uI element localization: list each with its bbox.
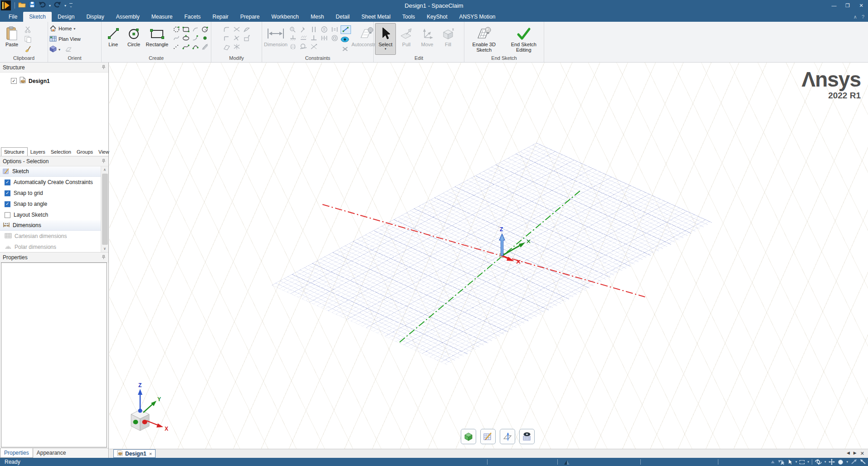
enable-3d-sketch-button[interactable]: Enable 3D Sketch <box>466 23 502 55</box>
plan-view-button[interactable]: Plan View <box>49 34 81 44</box>
coincident-constraint-icon[interactable] <box>289 26 297 35</box>
sketch-edit-disabled-icon[interactable] <box>201 43 209 52</box>
option-snap-to-angle[interactable]: ✓ Snap to angle <box>0 199 101 209</box>
project-to-sketch-icon[interactable] <box>243 34 251 44</box>
pin-icon[interactable] <box>102 64 106 71</box>
statusbar-expand-icon[interactable] <box>770 460 775 464</box>
end-sketch-editing-button[interactable]: End Sketch Editing <box>505 23 542 55</box>
anchor-constraint-icon[interactable] <box>289 34 297 44</box>
document-tab-close-icon[interactable]: × <box>149 451 152 456</box>
bottom-tab-properties[interactable]: Properties <box>0 448 33 458</box>
option-polar-dimensions[interactable]: Polar dimensions <box>0 242 101 252</box>
split-curve-icon[interactable] <box>233 34 241 44</box>
tab-measure[interactable]: Measure <box>146 12 179 22</box>
tab-mesh[interactable]: Mesh <box>305 12 330 22</box>
select-button[interactable]: Select ▾ <box>375 23 396 55</box>
pin-icon[interactable] <box>102 158 106 165</box>
view-orientation-triad[interactable]: Z Y X <box>118 375 177 434</box>
spacing-constraint-icon[interactable] <box>320 34 328 44</box>
dimensions-options-section[interactable]: Dimensions <box>0 220 101 231</box>
pull-button[interactable]: Pull <box>396 23 417 55</box>
undo-dropdown-icon[interactable]: ▾ <box>49 4 51 8</box>
panel-tab-structure[interactable]: Structure <box>1 147 28 156</box>
offset-icon[interactable] <box>233 43 241 52</box>
help-icon[interactable]: ? <box>862 14 864 20</box>
grid-visibility-button[interactable] <box>519 429 535 444</box>
spaceclaim-app-icon[interactable] <box>1 0 11 10</box>
tab-scroll-left-icon[interactable]: ◀ <box>847 451 850 456</box>
select-dropdown-icon[interactable]: ▾ <box>385 47 386 51</box>
next-view-icon[interactable] <box>860 459 866 465</box>
canvas-viewport[interactable]: Z Λnsys 2022 R1 Z Y X <box>109 63 868 449</box>
orbit-icon[interactable] <box>815 459 822 465</box>
tab-detail[interactable]: Detail <box>330 12 356 22</box>
tab-strip-close-icon[interactable]: ✕ <box>860 451 864 456</box>
pan-icon[interactable] <box>829 459 835 465</box>
trim-icon[interactable] <box>233 26 241 35</box>
select-tool-icon[interactable] <box>788 459 793 465</box>
option-layout-sketch[interactable]: Layout Sketch <box>0 209 101 220</box>
tab-file[interactable]: File <box>3 12 23 22</box>
box-select-icon[interactable] <box>800 460 805 464</box>
tangent-constraint-icon[interactable] <box>299 43 307 52</box>
panel-tab-selection[interactable]: Selection <box>48 148 74 156</box>
home-dropdown-icon[interactable]: ▾ <box>73 27 75 31</box>
bottom-tab-appearance[interactable]: Appearance <box>33 448 70 457</box>
delete-constraint-icon[interactable] <box>341 45 350 53</box>
perpendicular-constraint-icon[interactable] <box>310 34 318 44</box>
view-orientation-dropdown-icon[interactable]: ▾ <box>59 48 60 52</box>
tab-display[interactable]: Display <box>80 12 110 22</box>
tab-ansys-motion[interactable]: ANSYS Motion <box>453 12 501 22</box>
maximize-button[interactable]: ❐ <box>841 0 854 11</box>
tab-design[interactable]: Design <box>52 12 80 22</box>
tab-scroll-right-icon[interactable]: ▶ <box>853 451 857 456</box>
spline-icon[interactable] <box>182 43 190 52</box>
corner-icon[interactable] <box>223 34 231 44</box>
minimize-ribbon-icon[interactable]: ∧ <box>853 14 857 20</box>
qat-customize-icon[interactable]: ⌄ <box>69 3 73 8</box>
fillet-icon[interactable] <box>223 26 231 35</box>
undo-view-icon[interactable] <box>778 459 785 465</box>
select-tool-dropdown-icon[interactable]: ▾ <box>795 460 797 464</box>
home-button[interactable]: Home ▾ <box>49 24 81 34</box>
fill-button[interactable]: Fill <box>438 23 458 55</box>
save-icon[interactable] <box>29 1 35 10</box>
symmetry-constraint-icon[interactable] <box>289 43 297 52</box>
tab-sketch[interactable]: Sketch <box>23 12 52 22</box>
previous-view-icon[interactable] <box>851 459 857 465</box>
section-mode-button[interactable] <box>500 429 515 444</box>
snap-view-icon[interactable] <box>65 46 72 53</box>
cut-icon[interactable] <box>23 25 32 34</box>
tab-prepare[interactable]: Prepare <box>234 12 266 22</box>
circle-button[interactable]: Circle <box>123 23 144 55</box>
close-button[interactable]: ✕ <box>854 0 868 11</box>
midpoint-constraint-icon[interactable] <box>299 34 307 44</box>
view-orientation-icon[interactable] <box>49 45 57 53</box>
option-snap-to-grid[interactable]: ✓ Snap to grid <box>0 188 101 199</box>
scroll-down-icon[interactable]: ∨ <box>101 245 108 252</box>
minimize-button[interactable]: — <box>827 0 841 11</box>
tab-tools[interactable]: Tools <box>396 12 421 22</box>
snap-to-grid-checkbox[interactable]: ✓ <box>5 190 10 196</box>
rectangle-button[interactable]: Rectangle <box>144 23 170 55</box>
three-point-arc-icon[interactable] <box>191 43 200 52</box>
snap-to-angle-checkbox[interactable]: ✓ <box>5 201 10 207</box>
sketch-options-section[interactable]: Sketch <box>0 166 101 177</box>
redo-dropdown-icon[interactable]: ▾ <box>64 4 66 8</box>
sketch-mode-button[interactable] <box>480 429 496 444</box>
spline-curve-icon[interactable] <box>172 34 180 44</box>
tab-repair[interactable]: Repair <box>206 12 234 22</box>
panel-tab-layers[interactable]: Layers <box>28 148 48 156</box>
design1-visibility-checkbox[interactable]: ✓ <box>11 78 17 84</box>
close-curve-icon[interactable] <box>243 26 251 35</box>
option-auto-constraints[interactable]: ✓ Automatically Create Constraints <box>0 177 101 188</box>
scrollbar-thumb[interactable] <box>102 174 108 245</box>
panel-tab-groups[interactable]: Groups <box>74 148 96 156</box>
tangent-arc-icon[interactable] <box>191 34 200 44</box>
box-select-dropdown-icon[interactable]: ▾ <box>807 460 809 464</box>
move-button[interactable]: Move <box>417 23 438 55</box>
fix-constraint-icon[interactable] <box>299 26 307 35</box>
point-icon[interactable] <box>201 34 209 44</box>
options-scrollbar[interactable]: ∧ ∨ <box>101 166 108 252</box>
open-icon[interactable] <box>18 1 26 10</box>
